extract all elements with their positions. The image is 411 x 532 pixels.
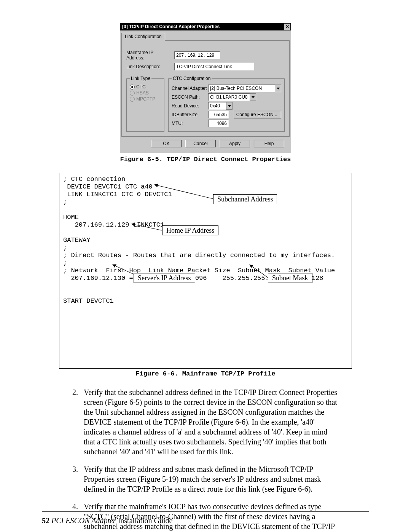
read-device-combo[interactable]: 0x40 <box>208 102 233 110</box>
radio-icon <box>130 91 135 96</box>
figure-6-6-caption: Figure 6-6. Mainframe TCP/IP Profile <box>59 370 352 377</box>
page-footer: 52 PCI ESCON Adapter Installation Guide <box>42 516 173 525</box>
instruction-list: 2. Verify that the subchannel address de… <box>72 387 339 532</box>
radio-icon <box>130 85 135 89</box>
instruction-2-number: 2. <box>72 387 84 457</box>
apply-button[interactable]: Apply <box>220 140 250 147</box>
dialog-figure: [3] TCP/IP Direct Connect Adapter Proper… <box>120 23 291 163</box>
callout-subnet-mask: Subnet Mask <box>268 273 312 283</box>
chevron-down-icon[interactable] <box>250 93 256 101</box>
cancel-button[interactable]: Cancel <box>185 140 216 147</box>
row-mtu: MTU: 4096 <box>172 120 281 127</box>
channel-adapter-value: [2] Bus-Tech PCI ESCON Adapter <box>208 85 275 92</box>
page: [3] TCP/IP Direct Connect Adapter Proper… <box>0 0 411 532</box>
row-mainframe-ip: Mainframe IP Address: 207 . 169. 12 . 12… <box>126 50 285 61</box>
read-device-value: 0x40 <box>208 102 226 110</box>
book-suffix: Installation Guide <box>116 516 173 525</box>
help-button[interactable]: Help <box>254 140 284 147</box>
tab-link-configuration[interactable]: Link Configuration <box>121 33 165 41</box>
close-icon[interactable]: ✕ <box>284 24 290 30</box>
escon-path-value: CH01 LPAR0 CU0 <box>208 93 250 101</box>
radio-icon <box>130 97 135 102</box>
page-number: 52 <box>42 516 49 525</box>
channel-adapter-label: Channel Adapter: <box>172 86 208 91</box>
tcpip-profile-box: ; CTC connection DEVICE DEVCTC1 CTC a40 … <box>59 173 352 369</box>
tab-strip: Link Configuration <box>121 32 290 40</box>
ctc-config-legend: CTC Configuration <box>172 76 212 81</box>
escon-path-combo[interactable]: CH01 LPAR0 CU0 <box>208 93 256 101</box>
ctc-config-group: CTC Configuration Channel Adapter: [2] B… <box>168 76 285 132</box>
callout-home-ip-address: Home IP Address <box>162 225 218 235</box>
book-title: PCI ESCON Adapter <box>51 516 116 525</box>
link-type-hsas: HSAS <box>130 90 161 96</box>
dialog-button-row: OK Cancel Apply Help <box>121 137 290 149</box>
figure-6-5-caption: Figure 6-5. TCP/IP Direct Connect Proper… <box>120 156 291 163</box>
chevron-down-icon[interactable] <box>226 102 233 110</box>
row-iobuffer: IOBufferSize: 65535 Configure ESCON ... <box>172 111 281 118</box>
instruction-2: 2. Verify that the subchannel address de… <box>72 387 339 457</box>
callout-subchannel-address: Subchannel Address <box>213 194 277 204</box>
channel-adapter-combo[interactable]: [2] Bus-Tech PCI ESCON Adapter <box>208 85 281 92</box>
escon-path-label: ESCON Path: <box>172 94 208 100</box>
group-row: Link Type CTC HSAS MPCPTP <box>126 76 285 132</box>
mainframe-ip-label: Mainframe IP Address: <box>126 50 172 61</box>
mainframe-ip-input[interactable]: 207 . 169. 12 . 129 <box>174 51 220 59</box>
dialog-titlebar: [3] TCP/IP Direct Connect Adapter Proper… <box>120 23 291 30</box>
instruction-3: 3. Verify that the IP address and subnet… <box>72 464 339 494</box>
link-type-ctc-label: CTC <box>136 84 146 89</box>
instruction-2-text: Verify that the subchannel address defin… <box>84 387 339 457</box>
iobuffer-label: IOBufferSize: <box>172 112 208 117</box>
ok-button[interactable]: OK <box>151 140 182 147</box>
row-read-device: Read Device: 0x40 <box>172 102 281 110</box>
row-channel-adapter: Channel Adapter: [2] Bus-Tech PCI ESCON … <box>172 85 281 92</box>
dialog-body: Link Configuration Mainframe IP Address:… <box>120 30 291 153</box>
link-type-legend: Link Type <box>130 76 151 81</box>
row-link-description: Link Description: TCP/IP Direct Connect … <box>126 63 285 70</box>
link-description-input[interactable]: TCP/IP Direct Connect Link <box>174 63 254 70</box>
link-description-label: Link Description: <box>126 64 172 69</box>
callout-server-ip-address: Server's IP Address <box>134 273 195 283</box>
link-type-mpcptp: MPCPTP <box>130 96 161 102</box>
dialog-title: [3] TCP/IP Direct Connect Adapter Proper… <box>122 24 220 29</box>
tab-page: Mainframe IP Address: 207 . 169. 12 . 12… <box>121 40 290 137</box>
tcpip-profile-text: ; CTC connection DEVICE DEVCTC1 CTC a40 … <box>63 176 335 305</box>
link-type-hsas-label: HSAS <box>136 90 149 96</box>
chevron-down-icon[interactable] <box>275 85 281 92</box>
read-device-label: Read Device: <box>172 103 208 109</box>
footer-rule <box>42 511 369 512</box>
mtu-label: MTU: <box>172 121 208 126</box>
instruction-3-number: 3. <box>72 464 84 494</box>
figure-6-6: ; CTC connection DEVICE DEVCTC1 CTC a40 … <box>59 173 352 377</box>
mtu-input[interactable]: 4096 <box>208 120 229 127</box>
configure-escon-button[interactable]: Configure ESCON ... <box>234 111 281 118</box>
link-type-ctc[interactable]: CTC <box>130 84 161 89</box>
iobuffer-input[interactable]: 65535 <box>208 111 229 118</box>
properties-dialog: [3] TCP/IP Direct Connect Adapter Proper… <box>120 23 291 153</box>
link-type-group: Link Type CTC HSAS MPCPTP <box>126 76 164 132</box>
row-escon-path: ESCON Path: CH01 LPAR0 CU0 <box>172 93 281 101</box>
instruction-3-text: Verify that the IP address and subnet ma… <box>84 464 339 494</box>
link-type-mpcptp-label: MPCPTP <box>136 96 155 102</box>
